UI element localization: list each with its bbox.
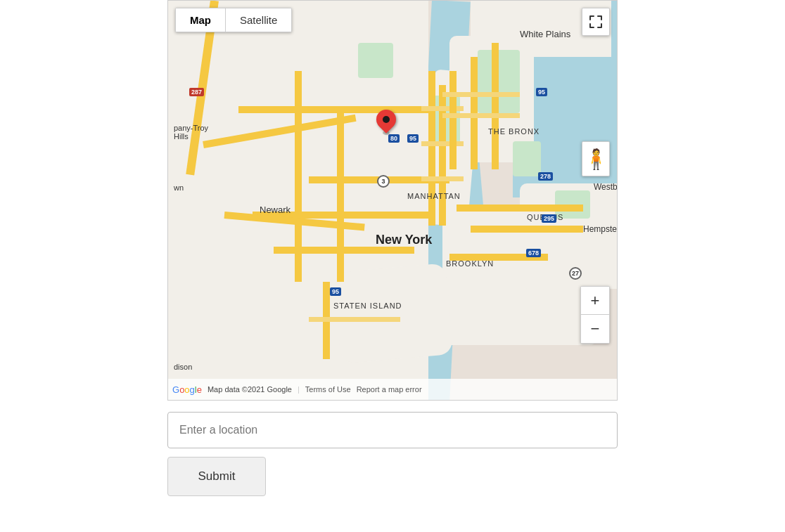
submit-button[interactable]: Submit xyxy=(167,457,266,496)
road-bk-1 xyxy=(457,205,583,212)
road-cross-3 xyxy=(421,176,464,181)
road-vert-nj2 xyxy=(337,106,344,282)
road-cross-2 xyxy=(421,141,464,146)
pegman-button[interactable]: 🧍 xyxy=(582,141,610,176)
shield-i95-mid: 95 xyxy=(407,134,419,143)
road-bronx-cross2 xyxy=(442,113,520,118)
road-vert-manhattan xyxy=(428,71,435,226)
map-type-map-button[interactable]: Map xyxy=(176,8,226,32)
nj-park-1 xyxy=(358,43,393,78)
map-background xyxy=(168,1,617,400)
pegman-icon: 🧍 xyxy=(584,148,608,171)
map-copyright: Map data ©2021 Google xyxy=(208,385,292,394)
road-si-2 xyxy=(309,317,400,322)
pin-body xyxy=(372,105,400,134)
map-type-controls: Map Satellite xyxy=(175,8,292,32)
google-logo: Google xyxy=(172,384,202,395)
shield-i295: 295 xyxy=(542,214,556,223)
map-container: White Plains THE BRONX MANHATTAN Newark … xyxy=(167,0,618,401)
shield-rt27: 27 xyxy=(569,267,582,280)
shield-i278: 278 xyxy=(538,172,553,181)
pin-dot xyxy=(383,116,390,123)
road-bronx-cross xyxy=(442,92,520,97)
map-type-satellite-button[interactable]: Satellite xyxy=(226,8,291,32)
staten-island xyxy=(333,263,454,363)
zoom-in-button[interactable]: + xyxy=(581,287,609,315)
road-bk-2 xyxy=(471,226,583,233)
shield-i95-top: 95 xyxy=(536,88,547,96)
map-pin xyxy=(376,110,397,138)
zoom-controls: + − xyxy=(580,286,610,344)
shield-287: 287 xyxy=(189,88,204,96)
zoom-out-button[interactable]: − xyxy=(581,315,609,343)
road-bronx-3 xyxy=(492,43,499,169)
map-footer: Google Map data ©2021 Google | Terms of … xyxy=(168,379,617,400)
road-bronx-1 xyxy=(449,71,457,169)
pelham-bay-park xyxy=(478,50,520,113)
page-wrapper: White Plains THE BRONX MANHATTAN Newark … xyxy=(0,0,785,532)
terms-of-use-link[interactable]: Terms of Use xyxy=(305,385,351,394)
shield-rt3: 3 xyxy=(377,175,390,188)
fullscreen-button[interactable] xyxy=(582,8,610,36)
location-input[interactable] xyxy=(167,412,618,448)
shield-i95-si: 95 xyxy=(330,287,341,296)
flushing-meadows xyxy=(513,141,541,176)
shield-i678: 678 xyxy=(526,249,541,257)
input-section: Submit xyxy=(167,412,618,496)
road-cross-1 xyxy=(421,106,464,111)
footer-separator: | xyxy=(298,385,300,394)
road-vert-nj xyxy=(295,71,302,282)
report-map-error-link[interactable]: Report a map error xyxy=(357,385,422,394)
